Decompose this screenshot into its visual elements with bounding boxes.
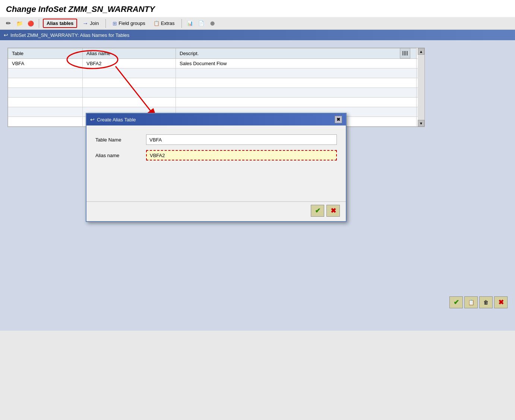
extras-button[interactable]: 📋 Extras xyxy=(151,19,178,27)
table-scrollbar: ▲ ▼ xyxy=(418,48,424,127)
table-row xyxy=(8,69,424,78)
dialog-spacer xyxy=(95,166,337,195)
table-row xyxy=(8,88,424,98)
dialog-footer: ✔ ✖ xyxy=(86,201,346,221)
alias-tables-label: Alias tables xyxy=(47,20,73,26)
create-alias-table-dialog: ↩ Create Alias Table ✖ Table Name Alias … xyxy=(86,113,347,222)
main-content: Table Alias name Descript. VBFAVBFA2Sale… xyxy=(0,40,515,331)
table-row: VBFAVBFA2Sales Document Flow xyxy=(8,59,424,69)
cell-table xyxy=(8,98,83,107)
field-groups-icon: ⊞ xyxy=(113,20,117,26)
col-alias: Alias name xyxy=(83,48,176,59)
dialog-cancel-button[interactable]: ✖ xyxy=(326,205,340,217)
svg-rect-2 xyxy=(405,51,406,55)
cell-alias xyxy=(83,69,176,78)
bottom-cancel-button[interactable]: ✖ xyxy=(494,296,508,308)
table-name-input[interactable] xyxy=(146,134,337,145)
cell-table xyxy=(8,69,83,78)
cell-alias: VBFA2 xyxy=(83,59,176,69)
folder-icon[interactable]: 📁 xyxy=(15,19,24,28)
section-header: ↩ InfoSet ZMM_SN_WARRANTY: Alias Names f… xyxy=(0,30,515,40)
join-button[interactable]: → Join xyxy=(79,19,102,28)
col-description: Descript. xyxy=(176,48,417,59)
bar1-icon[interactable]: 📊 xyxy=(186,19,195,28)
table-row xyxy=(8,78,424,88)
stop-icon[interactable]: 🔴 xyxy=(26,19,35,28)
bottom-copy-button[interactable]: 📋 xyxy=(464,296,478,308)
table-name-row: Table Name xyxy=(95,134,337,145)
edit-icon[interactable]: ✏ xyxy=(4,19,13,28)
scroll-down-btn[interactable]: ▼ xyxy=(418,120,424,127)
dialog-header-icon: ↩ xyxy=(90,117,95,122)
bar2-icon[interactable]: 📄 xyxy=(197,19,206,28)
extras-icon: 📋 xyxy=(154,20,159,26)
extras-label: Extras xyxy=(161,20,175,26)
table-row xyxy=(8,98,424,107)
col-table: Table xyxy=(8,48,83,59)
svg-rect-3 xyxy=(407,51,408,55)
svg-rect-1 xyxy=(404,51,405,55)
alias-name-input[interactable] xyxy=(146,150,337,160)
column-settings-icon[interactable] xyxy=(400,48,410,58)
section-header-text: InfoSet ZMM_SN_WARRANTY: Alias Names for… xyxy=(10,32,129,38)
separator-3 xyxy=(181,19,182,28)
separator-2 xyxy=(105,19,106,28)
join-label: Join xyxy=(90,20,99,26)
dialog-title: Create Alias Table xyxy=(97,117,136,122)
cell-table: VBFA xyxy=(8,59,83,69)
dialog-header: ↩ Create Alias Table ✖ xyxy=(86,114,346,125)
cell-table xyxy=(8,117,83,127)
cell-description xyxy=(176,78,417,88)
separator-1 xyxy=(39,19,39,28)
bottom-confirm-button[interactable]: ✔ xyxy=(449,296,463,308)
join-arrow-icon: → xyxy=(82,20,88,27)
dialog-confirm-button[interactable]: ✔ xyxy=(311,205,324,217)
alias-name-row: Alias name xyxy=(95,150,337,160)
cell-alias xyxy=(83,78,176,88)
dialog-body: Table Name Alias name xyxy=(86,125,346,201)
page-title: Change InfoSet ZMM_SN_WARRANTY xyxy=(0,0,515,17)
cell-table xyxy=(8,78,83,88)
bottom-delete-button[interactable]: 🗑 xyxy=(479,296,493,308)
circle-icon[interactable]: ⬤ xyxy=(208,19,217,28)
section-header-icon: ↩ xyxy=(4,32,8,38)
field-groups-button[interactable]: ⊞ Field groups xyxy=(110,19,148,28)
cell-description xyxy=(176,69,417,78)
cell-description: Sales Document Flow xyxy=(176,59,417,69)
alias-name-label: Alias name xyxy=(95,153,140,158)
bottom-toolbar: ✔ 📋 🗑 ✖ xyxy=(449,296,508,308)
scroll-up-btn[interactable]: ▲ xyxy=(418,48,424,55)
cell-description xyxy=(176,98,417,107)
cell-table xyxy=(8,107,83,117)
cell-table xyxy=(8,88,83,98)
cell-alias xyxy=(83,88,176,98)
dialog-close-button[interactable]: ✖ xyxy=(335,116,342,123)
alias-tables-button[interactable]: Alias tables xyxy=(43,19,77,28)
toolbar: ✏ 📁 🔴 Alias tables → Join ⊞ Field groups… xyxy=(0,17,515,30)
cell-alias xyxy=(83,98,176,107)
field-groups-label: Field groups xyxy=(119,20,145,26)
cell-description xyxy=(176,88,417,98)
table-header-row: Table Alias name Descript. xyxy=(8,48,424,59)
table-name-label: Table Name xyxy=(95,137,140,143)
svg-rect-0 xyxy=(402,51,403,55)
